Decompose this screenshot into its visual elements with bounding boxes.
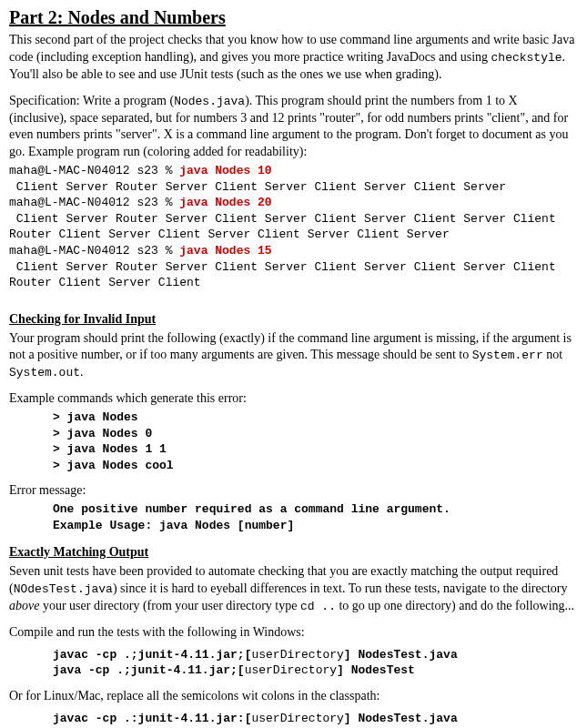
err-line-2: Example Usage: java Nodes [number]	[53, 519, 294, 532]
win-ud-2: userDirectory	[245, 663, 337, 677]
system-out-token: System.out	[9, 366, 80, 379]
win-javac-b: ] NodesTest.java	[344, 648, 458, 662]
checkstyle-token: checkstyle	[491, 51, 562, 65]
err-cmd-3: > java Nodes 1 1	[53, 442, 167, 456]
exact-b: ) since it is hard to eyeball difference…	[113, 581, 568, 595]
err-cmd-4: > java Nodes cool	[53, 459, 174, 472]
spec-lead: Specification: Write a program (	[9, 94, 174, 107]
run2-out: Client Server Router Server Client Serve…	[9, 212, 563, 242]
terminal-output: maha@L-MAC-N04012 s23 % java Nodes 10 Cl…	[9, 163, 578, 290]
spec-paragraph: Specification: Write a program (Nodes.ja…	[9, 93, 578, 162]
run1-cmd: java Nodes 10	[179, 164, 271, 177]
win-java-b: ] NodesTest	[337, 663, 415, 677]
exact-above: above	[9, 599, 39, 612]
heading-invalid-input: Checking for Invalid Input	[9, 311, 578, 329]
invalid-tail: .	[80, 365, 84, 379]
page-title: Part 2: Nodes and Numbers	[9, 5, 578, 30]
invalid-mid: not	[543, 348, 562, 361]
error-cmds-block: > java Nodes > java Nodes 0 > java Nodes…	[53, 410, 578, 473]
lin-javac-a: javac -cp .:junit-4.11.jar:[	[53, 712, 251, 725]
error-msg-label: Error message:	[9, 482, 578, 500]
linux-label: Or for Linux/Mac, replace all the semico…	[9, 688, 578, 705]
compile-windows-label: Compile and run the tests with the follo…	[9, 624, 578, 642]
system-err-token: System.err	[472, 349, 543, 362]
run3-out: Client Server Router Server Client Serve…	[9, 260, 563, 290]
cd-token: cd ..	[300, 600, 336, 613]
err-cmd-1: > java Nodes	[53, 410, 138, 424]
example-cmds-label: Example commands which generate this err…	[9, 390, 578, 408]
spec-file: Nodes.java	[174, 95, 245, 108]
error-msg-block: One positive number required as a comman…	[53, 501, 578, 533]
heading-exact-match: Exactly Matching Output	[9, 544, 578, 561]
win-java-a: java -cp .;junit-4.11.jar;[	[53, 663, 245, 677]
nodestest-file: NOdesTest.java	[14, 582, 113, 596]
run1-out: Client Server Router Server Client Serve…	[9, 180, 506, 194]
run3-prompt: maha@L-MAC-N04012 s23 %	[9, 244, 179, 258]
intro-paragraph: This second part of the project checks t…	[9, 32, 578, 84]
intro-text: This second part of the project checks t…	[9, 33, 574, 64]
run2-prompt: maha@L-MAC-N04012 s23 %	[9, 196, 179, 209]
linux-cmds: javac -cp .:junit-4.11.jar:[userDirector…	[53, 711, 578, 728]
windows-cmds: javac -cp .;junit-4.11.jar;[userDirector…	[53, 647, 578, 679]
err-cmd-2: > java Nodes 0	[53, 427, 152, 440]
exact-d: to go up one directory) and do the follo…	[336, 599, 574, 612]
lin-javac-b: ] NodesTest.java	[344, 712, 458, 725]
run2-cmd: java Nodes 20	[179, 196, 271, 209]
win-javac-a: javac -cp .;junit-4.11.jar;[	[53, 648, 251, 662]
run3-cmd: java Nodes 15	[179, 244, 271, 258]
invalid-paragraph: Your program should print the following …	[9, 330, 578, 382]
exact-paragraph: Seven unit tests have been provided to a…	[9, 563, 578, 615]
err-line-1: One positive number required as a comman…	[53, 502, 450, 516]
exact-c: your user directory (from your user dire…	[39, 599, 300, 612]
run1-prompt: maha@L-MAC-N04012 s23 %	[9, 164, 179, 177]
win-ud-1: userDirectory	[251, 648, 343, 662]
lin-ud-1: userDirectory	[251, 712, 343, 725]
